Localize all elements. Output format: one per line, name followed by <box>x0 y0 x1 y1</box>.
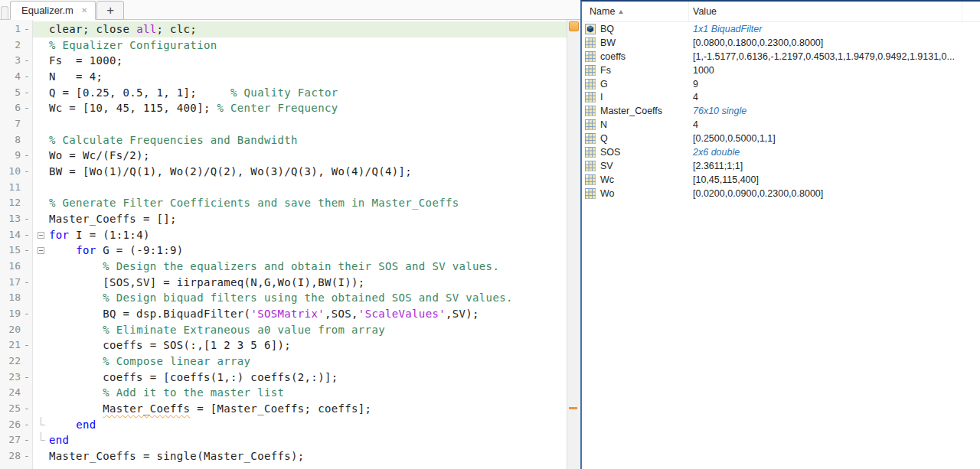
line-number: 26 <box>0 417 21 433</box>
fold-column <box>33 195 49 211</box>
workspace-row[interactable]: Master_Coeffs76x10 single <box>582 104 980 118</box>
code-line[interactable]: 17- [SOS,SV] = iirparameq(N,G,Wo(I),BW(I… <box>0 275 580 291</box>
column-header-name[interactable]: Name <box>582 2 689 21</box>
fold-column[interactable] <box>33 417 49 433</box>
fold-column <box>33 148 49 164</box>
variable-name: Wo <box>597 188 689 199</box>
workspace-row[interactable]: SOS2x6 double <box>582 145 980 159</box>
fold-column[interactable] <box>33 227 49 243</box>
workspace-panel: Name Value BQ1x1 BiquadFilter BW[0.0800,… <box>580 0 980 469</box>
code-line[interactable]: 1-clear; close all; clc; <box>0 21 580 37</box>
code-text: N = 4; <box>49 69 580 85</box>
workspace-row[interactable]: Fs1000 <box>582 64 980 77</box>
matrix-icon <box>585 174 597 185</box>
workspace-row[interactable]: N4 <box>582 118 980 132</box>
executable-line-marker: - <box>21 401 33 417</box>
matrix-icon <box>585 79 597 90</box>
close-icon[interactable]: ✕ <box>81 7 87 15</box>
workspace-row[interactable]: G9 <box>582 77 980 91</box>
workspace-row[interactable]: coeffs[1,-1.5177,0.6136,-1.2197,0.4503,1… <box>582 50 980 64</box>
executable-line-marker <box>21 37 33 54</box>
code-line[interactable]: 23- coeffs = [coeffs(1,:) coeffs(2,:)]; <box>0 370 580 386</box>
code-editor[interactable]: 1-clear; close all; clc;2% Equalizer Con… <box>0 20 580 469</box>
code-line[interactable]: 19- BQ = dsp.BiquadFilter('SOSMatrix',SO… <box>0 306 580 322</box>
code-line[interactable]: 9-Wo = Wc/(Fs/2); <box>0 148 580 164</box>
code-line[interactable]: 11 <box>0 180 580 196</box>
executable-line-marker: - <box>21 275 33 291</box>
line-number: 13 <box>0 211 21 227</box>
code-text: Fs = 1000; <box>49 53 580 69</box>
executable-line-marker: - <box>21 417 33 433</box>
variable-name: Q <box>597 133 689 144</box>
sort-ascending-icon <box>619 10 623 14</box>
fold-collapse-icon[interactable] <box>38 247 44 254</box>
workspace-row[interactable]: Q[0.2500,0.5000,1,1] <box>582 132 980 145</box>
executable-line-marker <box>21 116 33 132</box>
code-line[interactable]: 8% Calculate Frequencies and Bandwidth <box>0 132 580 148</box>
tab-bar-stub <box>1 6 8 19</box>
code-line[interactable]: 24 % Add it to the master list <box>0 385 580 401</box>
executable-line-marker: - <box>21 21 33 37</box>
code-line[interactable]: 4-N = 4; <box>0 69 580 85</box>
code-line[interactable]: 15- for G = (-9:1:9) <box>0 243 580 259</box>
code-line[interactable]: 26- end <box>0 417 580 433</box>
code-line[interactable]: 6-Wc = [10, 45, 115, 400]; % Center Freq… <box>0 100 580 116</box>
code-text: % Compose linear array <box>49 353 580 370</box>
code-text: Wo = Wc/(Fs/2); <box>49 148 580 164</box>
workspace-row[interactable]: BQ1x1 BiquadFilter <box>582 22 980 36</box>
code-text: % Design the equalizers and obtain their… <box>49 259 580 275</box>
workspace-row[interactable]: BW[0.0800,0.1800,0.2300,0.8000] <box>582 36 980 50</box>
code-line[interactable]: 18 % Design biquad filters using the obt… <box>0 290 580 306</box>
warning-summary-icon[interactable] <box>569 21 579 31</box>
code-line[interactable]: 14-for I = (1:1:4) <box>0 227 580 243</box>
fold-column <box>33 100 49 116</box>
fold-end-marker <box>41 432 45 441</box>
workspace-row[interactable]: Wc[10,45,115,400] <box>582 173 980 187</box>
code-line[interactable]: 12% Generate Filter Coefficients and sav… <box>0 195 580 211</box>
workspace-row[interactable]: I4 <box>582 90 980 104</box>
tab-title: Equalizer.m <box>21 5 74 16</box>
warning-line-marker-icon[interactable] <box>569 407 577 409</box>
variable-value: 1000 <box>689 65 959 76</box>
code-line[interactable]: 3-Fs = 1000; <box>0 53 580 69</box>
variable-name: G <box>597 79 689 90</box>
fold-column <box>33 116 49 132</box>
code-text: for G = (-9:1:9) <box>49 243 580 259</box>
fold-column[interactable] <box>33 243 49 259</box>
line-number: 21 <box>0 337 21 353</box>
column-header-value[interactable]: Value <box>689 2 962 21</box>
fold-column <box>33 353 49 370</box>
code-line[interactable]: 2% Equalizer Configuration <box>0 37 580 54</box>
code-line[interactable]: 21- coeffs = SOS(:,[1 2 3 5 6]); <box>0 337 580 353</box>
code-line[interactable]: 27-end <box>0 432 580 448</box>
fold-column <box>33 164 49 180</box>
code-line[interactable]: 7 <box>0 116 580 132</box>
code-text: for I = (1:1:4) <box>49 227 580 243</box>
workspace-row[interactable]: SV[2.3611;1;1] <box>582 159 980 173</box>
fold-column[interactable] <box>33 432 49 448</box>
editor-panel: Equalizer.m ✕ + 1-clear; close all; clc;… <box>0 0 580 469</box>
name-column-label: Name <box>590 6 615 17</box>
code-text: end <box>49 417 580 433</box>
variable-value: [2.3611;1;1] <box>689 161 959 171</box>
code-text: Master_Coeffs = single(Master_Coeffs); <box>49 448 580 464</box>
code-line[interactable]: 25- Master_Coeffs = [Master_Coeffs; coef… <box>0 401 580 417</box>
line-number: 22 <box>0 353 21 370</box>
code-line[interactable]: 16 % Design the equalizers and obtain th… <box>0 259 580 275</box>
code-line[interactable]: 28-Master_Coeffs = single(Master_Coeffs)… <box>0 448 580 464</box>
code-line[interactable]: 22 % Compose linear array <box>0 353 580 370</box>
executable-line-marker: - <box>21 337 33 353</box>
tab-equalizer-m[interactable]: Equalizer.m ✕ <box>10 1 96 20</box>
fold-column <box>33 259 49 275</box>
variable-value: [1,-1.5177,0.6136,-1.2197,0.4503,1,1.947… <box>689 51 959 62</box>
fold-collapse-icon[interactable] <box>38 232 44 239</box>
object-icon <box>585 24 597 34</box>
workspace-row[interactable]: Wo[0.0200,0.0900,0.2300,0.8000] <box>582 187 980 200</box>
code-text: clear; close all; clc; <box>49 21 580 37</box>
code-line[interactable]: 5-Q = [0.25, 0.5, 1, 1]; % Quality Facto… <box>0 85 580 101</box>
code-line[interactable]: 20 % Eliminate Extraneous a0 value from … <box>0 322 580 338</box>
code-line[interactable]: 10-BW = [Wo(1)/Q(1), Wo(2)/Q(2), Wo(3)/Q… <box>0 164 580 180</box>
fold-column <box>33 53 49 69</box>
code-line[interactable]: 13-Master_Coeffs = []; <box>0 211 580 227</box>
new-tab-button[interactable]: + <box>96 1 124 20</box>
